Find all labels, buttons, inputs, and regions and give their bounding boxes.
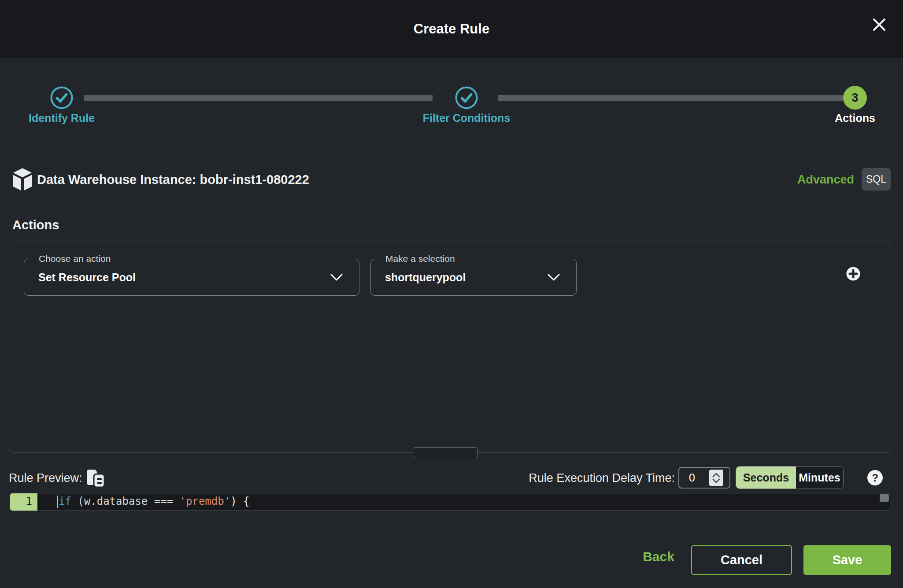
choose-action-select[interactable]: Choose an action Set Resource Pool <box>24 259 359 296</box>
code-keyword: if <box>59 495 71 507</box>
sql-button[interactable]: SQL <box>862 168 891 191</box>
cancel-button[interactable]: Cancel <box>691 545 792 575</box>
check-circle-icon <box>455 86 478 110</box>
code-expression: (w.database <box>71 495 154 507</box>
delay-time-label: Rule Execution Delay Time: <box>529 467 675 489</box>
copy-icon <box>85 467 107 489</box>
code-operator: === <box>154 495 180 507</box>
chevron-down-icon <box>712 478 721 484</box>
rule-preview-label: Rule Preview: <box>9 467 82 489</box>
panel-resize-handle[interactable] <box>413 447 478 458</box>
choose-action-value: Set Resource Pool <box>38 259 136 295</box>
stepper-connector-1 <box>84 95 433 101</box>
code-line: if (w.database === 'premdb') { <box>59 493 250 511</box>
code-string: 'premdb' <box>180 495 231 507</box>
advanced-link[interactable]: Advanced <box>797 168 854 191</box>
stepper-connector-2 <box>498 95 843 101</box>
chevron-down-icon <box>330 273 343 281</box>
delay-unit-toggle: Seconds Minutes <box>736 466 844 489</box>
plus-circle-icon <box>845 265 862 282</box>
dialog-header: Create Rule <box>0 0 903 58</box>
delay-time-input[interactable]: 0 <box>678 467 730 489</box>
footer-divider <box>10 530 893 530</box>
make-selection-select[interactable]: Make a selection shortquerypool <box>370 259 577 296</box>
create-rule-dialog: Create Rule 3 Identify Rule Filter Condi… <box>0 0 903 588</box>
rule-preview-code-editor[interactable]: 1 if (w.database === 'premdb') { <box>10 493 890 511</box>
step-number-badge: 3 <box>843 86 867 110</box>
step-label-filter-conditions[interactable]: Filter Conditions <box>405 112 528 125</box>
instance-title: Data Warehouse Instance: bobr-inst1-0802… <box>37 168 309 191</box>
question-mark-icon: ? <box>872 472 878 484</box>
unit-seconds-button[interactable]: Seconds <box>736 467 796 489</box>
step-identify-rule-indicator[interactable] <box>50 86 74 110</box>
code-line-number-gutter: 1 <box>10 493 39 511</box>
step-label-actions: Actions <box>793 112 903 125</box>
actions-section-heading: Actions <box>12 218 59 232</box>
cube-icon <box>11 168 33 191</box>
chevron-up-icon <box>712 472 721 478</box>
help-button[interactable]: ? <box>867 470 883 485</box>
editor-scrollbar-thumb[interactable] <box>880 494 889 502</box>
text-cursor <box>57 496 58 508</box>
code-close: ) { <box>230 495 249 507</box>
close-button[interactable] <box>869 14 890 35</box>
unit-minutes-button[interactable]: Minutes <box>796 467 843 489</box>
copy-rule-button[interactable] <box>85 467 107 489</box>
make-selection-value: shortquerypool <box>385 259 466 295</box>
step-actions-indicator[interactable]: 3 <box>843 86 867 110</box>
editor-scrollbar[interactable] <box>878 493 890 511</box>
delay-spinner[interactable] <box>709 470 723 486</box>
chevron-down-icon <box>547 273 560 281</box>
delay-time-value: 0 <box>689 468 695 488</box>
back-button[interactable]: Back <box>628 549 689 564</box>
save-button[interactable]: Save <box>803 545 891 575</box>
check-circle-icon <box>50 86 74 110</box>
step-filter-conditions-indicator[interactable] <box>455 86 478 110</box>
add-action-button[interactable] <box>845 265 862 282</box>
step-label-identify-rule[interactable]: Identify Rule <box>0 112 123 125</box>
close-icon <box>871 17 887 33</box>
page-title: Create Rule <box>0 0 903 58</box>
